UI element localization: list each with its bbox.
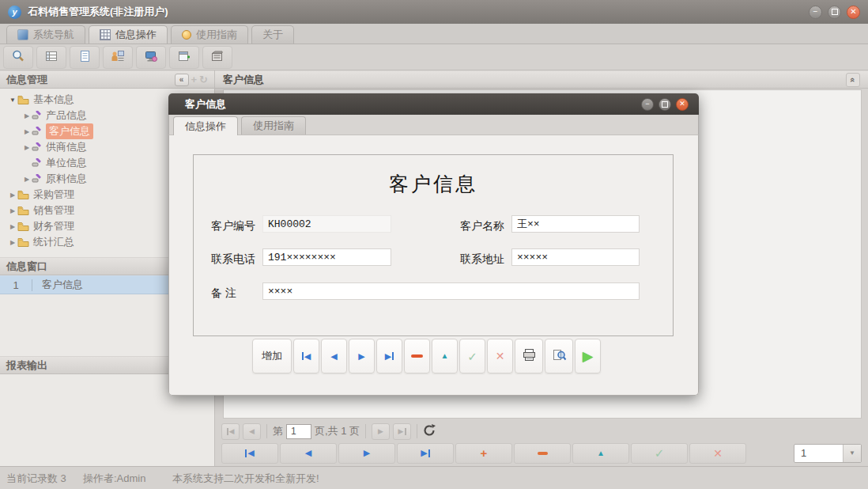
- refresh-icon[interactable]: [423, 424, 436, 439]
- prior-record-button[interactable]: ◀: [321, 339, 347, 373]
- dialog-close-button[interactable]: ✕: [676, 98, 689, 111]
- tree-item-label: 采购管理: [33, 188, 74, 202]
- close-button[interactable]: ✕: [847, 6, 860, 19]
- remark-label: 备 注: [211, 286, 236, 301]
- customer-code-field[interactable]: [262, 215, 391, 233]
- page-number-input[interactable]: [286, 424, 311, 439]
- post-record-button[interactable]: ✓: [459, 339, 485, 373]
- contact-address-field[interactable]: [511, 248, 640, 266]
- print-button[interactable]: [515, 339, 543, 373]
- next-record-button[interactable]: ▶: [338, 443, 395, 464]
- dialog-titlebar[interactable]: 客户信息 − ✕: [168, 93, 699, 115]
- collapsed-arrow-icon[interactable]: ▶: [22, 112, 32, 119]
- collapsed-arrow-icon[interactable]: ▶: [8, 223, 17, 230]
- info-window-title: 信息窗口: [6, 260, 47, 274]
- next-page-button[interactable]: ▶: [372, 423, 390, 440]
- app-logo-icon: y: [8, 6, 21, 19]
- remark-field[interactable]: [262, 282, 640, 300]
- collapsed-arrow-icon[interactable]: ▶: [8, 239, 17, 246]
- first-record-button[interactable]: ◀: [221, 443, 278, 464]
- grid-icon: [100, 29, 111, 40]
- sidebar-header-tools: « + ↻: [175, 74, 209, 86]
- record-count-dropdown[interactable]: 1 ▼: [794, 444, 862, 463]
- collapse-panel-button[interactable]: «: [846, 73, 860, 87]
- document-button[interactable]: [70, 46, 100, 69]
- prev-page-button[interactable]: ◀: [243, 423, 261, 440]
- first-page-button[interactable]: ◀: [221, 423, 240, 440]
- edit-record-button[interactable]: ▲: [572, 443, 629, 464]
- collapsed-arrow-icon[interactable]: ▶: [8, 191, 17, 199]
- contact-phone-field[interactable]: [262, 248, 391, 266]
- search-button[interactable]: [3, 46, 33, 69]
- tool-icon: [32, 111, 42, 121]
- monitor-button[interactable]: [136, 46, 166, 69]
- report-output-title: 报表输出: [6, 358, 47, 373]
- add-button[interactable]: 增加: [252, 339, 292, 373]
- table-view-button[interactable]: [36, 46, 66, 69]
- tab-label: 使用指南: [196, 28, 237, 42]
- navigation-icon: [17, 29, 28, 40]
- tree-item-label: 原料信息: [46, 172, 87, 186]
- collapsed-arrow-icon[interactable]: ▶: [22, 144, 32, 151]
- search-icon: [10, 48, 26, 67]
- form-title: 客户信息: [194, 171, 673, 197]
- guide-icon: [182, 30, 191, 40]
- app-title: 石料销售管理系统(非注册用户): [28, 5, 168, 19]
- next-record-button[interactable]: ▶: [349, 339, 375, 373]
- tree-item-label: 销售管理: [33, 203, 74, 218]
- tree-item-label: 基本信息: [33, 93, 74, 107]
- tab-system-navigation[interactable]: 系统导航: [6, 25, 85, 44]
- tree-item-label: 财务管理: [33, 219, 74, 233]
- card-file-button[interactable]: [202, 46, 232, 69]
- customer-report-button[interactable]: [103, 46, 133, 69]
- card-file-icon: [209, 48, 225, 67]
- first-record-button[interactable]: ◀: [293, 339, 319, 373]
- cancel-record-button[interactable]: ✕: [487, 339, 513, 373]
- collapsed-arrow-icon[interactable]: ▶: [22, 176, 32, 183]
- execute-button[interactable]: ▶: [575, 339, 601, 373]
- dialog-minimize-button[interactable]: −: [641, 98, 654, 111]
- folder-icon: [17, 190, 29, 199]
- last-page-button[interactable]: ▶: [393, 423, 411, 440]
- edit-record-button[interactable]: ▲: [432, 339, 458, 373]
- collapsed-arrow-icon[interactable]: ▶: [22, 128, 32, 135]
- tab-info-operation[interactable]: 信息操作: [89, 25, 168, 44]
- last-record-button[interactable]: ▶: [376, 339, 402, 373]
- tab-label: 系统导航: [33, 28, 74, 42]
- tree-item-label: 供商信息: [46, 140, 87, 154]
- printer-icon: [522, 348, 537, 365]
- post-record-button[interactable]: ✓: [631, 443, 688, 464]
- cancel-record-button[interactable]: ✕: [689, 443, 746, 464]
- collapsed-arrow-icon[interactable]: ▶: [8, 207, 17, 214]
- insert-record-button[interactable]: +: [455, 443, 512, 464]
- minimize-button[interactable]: −: [809, 6, 822, 19]
- delete-record-button[interactable]: [404, 339, 430, 373]
- main-tabbar: 系统导航 信息操作 使用指南 关于: [0, 24, 868, 44]
- collapse-sidebar-button[interactable]: «: [175, 74, 189, 86]
- print-preview-button[interactable]: [545, 339, 573, 373]
- tool-icon: [32, 142, 42, 153]
- main-panel-title: 客户信息: [223, 73, 264, 87]
- tree-item-label: 统计汇总: [33, 235, 74, 249]
- info-management-header: 信息管理 « + ↻: [0, 70, 214, 89]
- prior-record-button[interactable]: ◀: [280, 443, 337, 464]
- add-node-icon[interactable]: +: [191, 74, 198, 85]
- refresh-tree-icon[interactable]: ↻: [199, 74, 208, 85]
- delete-record-button[interactable]: [514, 443, 571, 464]
- expanded-arrow-icon[interactable]: ▼: [8, 97, 17, 104]
- dialog-maximize-button[interactable]: [659, 98, 671, 111]
- separator: [266, 424, 267, 438]
- tab-user-guide[interactable]: 使用指南: [171, 25, 248, 44]
- maximize-button[interactable]: [828, 6, 841, 19]
- contact-phone-label: 联系电话: [211, 252, 255, 267]
- tab-about[interactable]: 关于: [251, 25, 294, 44]
- dialog-tab-user-guide[interactable]: 使用指南: [241, 116, 306, 135]
- monitor-icon: [143, 48, 159, 67]
- window-controls: − ✕: [809, 6, 860, 19]
- dialog-tab-info-operation[interactable]: 信息操作: [173, 116, 238, 135]
- new-window-button[interactable]: [169, 46, 199, 69]
- tool-icon: [32, 158, 42, 169]
- chevron-down-icon[interactable]: ▼: [843, 445, 861, 462]
- last-record-button[interactable]: ▶: [397, 443, 454, 464]
- customer-name-field[interactable]: [511, 215, 640, 233]
